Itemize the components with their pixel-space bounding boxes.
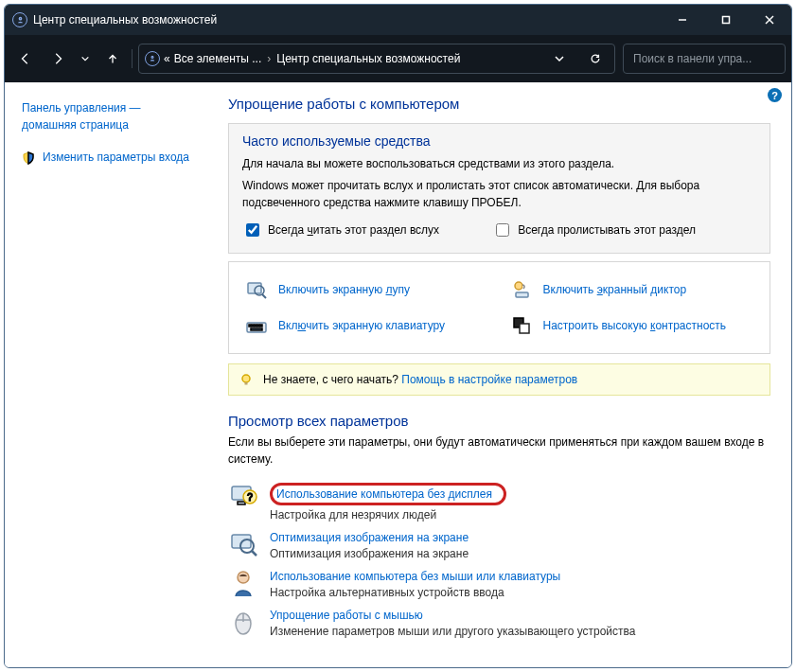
setting-no-display: ? Использование компьютера без дисплея Н… [228,481,770,522]
always-read-checkbox[interactable] [246,223,259,237]
hint-bar: Не знаете, с чего начать? Помощь в настр… [228,363,770,396]
svg-rect-19 [520,324,529,333]
tool-contrast-link[interactable]: Настроить высокую контрастность [543,319,727,332]
svg-point-0 [19,17,21,19]
refresh-button[interactable] [576,53,614,64]
svg-rect-21 [245,382,248,385]
crumb-ease-of-access[interactable]: Центр специальных возможностей [276,52,460,65]
tool-keyboard[interactable]: Включить экранную клавиатуру [235,308,500,344]
tool-keyboard-link[interactable]: Включить экранную клавиатуру [278,319,445,332]
setting-mouse-link[interactable]: Упрощение работы с мышью [270,609,423,622]
maximize-button[interactable] [704,5,748,35]
all-settings-desc: Если вы выберете эти параметры, они буду… [228,434,770,468]
always-scroll-checkbox[interactable] [496,223,509,237]
recent-dropdown[interactable] [75,44,96,74]
search-box[interactable] [623,44,786,74]
address-icon [145,51,160,66]
contrast-icon [509,313,534,338]
svg-rect-13 [252,325,254,327]
svg-rect-15 [257,325,259,327]
setting-optimize-display-link[interactable]: Оптимизация изображения на экране [270,531,469,544]
address-dropdown[interactable] [542,53,576,64]
main-content: ? Упрощение работы с компьютером Часто и… [213,82,791,667]
svg-point-5 [151,56,153,58]
crumb-all-items[interactable]: Все элементы ... [174,52,262,65]
chevron-right-icon: › [261,52,276,65]
body: Панель управления — домашняя страница Из… [5,82,791,667]
svg-point-20 [242,375,250,382]
svg-point-9 [515,282,522,290]
change-login-settings-link[interactable]: Изменить параметры входа [43,150,189,164]
setting-no-mouse-keyboard-link[interactable]: Использование компьютера без мыши или кл… [270,570,560,583]
setting-no-display-desc: Настройка для незрячих людей [270,508,506,522]
frequent-tools-text2: Windows может прочитать вслух и пролиста… [242,178,756,211]
always-read-checkbox-label[interactable]: Всегда читать этот раздел вслух [242,221,439,239]
always-scroll-text: Всегда пролистывать этот раздел [518,223,696,237]
setting-no-mouse-keyboard-desc: Настройка альтернативных устройств ввода [270,586,560,599]
tool-narrator-link[interactable]: Включить экранный диктор [543,283,687,296]
setting-mouse: Упрощение работы с мышью Изменение парам… [228,607,770,638]
magnifier-icon [244,277,269,302]
svg-point-29 [238,572,249,583]
all-settings-heading: Просмотр всех параметров [228,413,770,429]
setting-list: ? Использование компьютера без дисплея Н… [228,481,770,638]
page-title: Упрощение работы с компьютером [228,96,770,112]
mouse-icon [228,607,258,637]
svg-rect-2 [723,17,730,24]
tool-narrator[interactable]: Включить экранный диктор [500,272,765,308]
hint-link[interactable]: Помощь в настройке параметров [401,373,577,386]
breadcrumb[interactable]: « Все элементы ... › Центр специальных в… [164,52,542,65]
titlebar: Центр специальных возможностей [5,5,791,35]
up-button[interactable] [97,44,128,74]
control-panel-home-link[interactable]: Панель управления — домашняя страница [22,99,203,133]
svg-text:?: ? [247,492,253,503]
setting-no-display-link[interactable]: Использование компьютера без дисплея [276,487,492,501]
window-title: Центр специальных возможностей [33,13,661,27]
tool-contrast[interactable]: Настроить высокую контрастность [500,308,765,344]
minimize-button[interactable] [661,5,704,35]
no-display-icon: ? [228,481,258,511]
always-read-text: Всегда читать этот раздел вслух [268,223,439,237]
help-icon[interactable]: ? [768,88,782,102]
svg-rect-23 [238,502,245,504]
frequent-tools-panel: Часто используемые средства Для начала в… [228,123,770,254]
crumb-prefix: « [164,52,170,65]
home-link-line2: домашняя страница [22,118,129,132]
hint-text: Не знаете, с чего начать? Помощь в настр… [263,373,577,386]
close-button[interactable] [748,5,791,35]
svg-rect-17 [251,328,262,330]
sidebar: Панель управления — домашняя страница Из… [5,82,213,667]
separator [132,49,133,68]
optimize-display-icon [228,529,258,559]
setting-no-mouse-keyboard: Использование компьютера без мыши или кл… [228,568,770,599]
svg-rect-10 [516,292,528,297]
svg-rect-16 [260,325,262,327]
address-box[interactable]: « Все элементы ... › Центр специальных в… [138,44,615,74]
person-icon [228,568,258,598]
lightbulb-icon [239,372,254,387]
app-icon [12,12,27,27]
search-input[interactable] [631,51,777,66]
tool-links-panel: Включить экранную лупу Включить экранный… [228,261,770,354]
highlight-annotation: Использование компьютера без дисплея [270,483,506,505]
svg-line-8 [262,294,266,298]
svg-rect-14 [255,325,256,327]
addressbar: « Все элементы ... › Центр специальных в… [5,35,791,82]
frequent-tools-heading: Часто используемые средства [242,133,756,149]
setting-optimize-display-desc: Оптимизация изображения на экране [270,547,469,560]
setting-optimize-display: Оптимизация изображения на экране Оптими… [228,529,770,560]
svg-line-28 [252,551,256,556]
shield-icon [22,151,35,168]
window: Центр специальных возможностей [4,4,792,668]
setting-mouse-desc: Изменение параметров мыши или другого ук… [270,625,635,638]
tool-magnifier[interactable]: Включить экранную лупу [235,272,500,308]
keyboard-icon [244,313,269,338]
home-link-line1: Панель управления — [22,101,141,115]
frequent-tools-text1: Для начала вы можете воспользоваться сре… [242,156,756,172]
tool-magnifier-link[interactable]: Включить экранную лупу [278,283,410,296]
back-button[interactable] [10,44,41,74]
svg-rect-12 [249,325,251,327]
always-scroll-checkbox-label[interactable]: Всегда пролистывать этот раздел [492,221,696,239]
speaker-icon [509,277,534,302]
forward-button[interactable] [43,44,73,74]
